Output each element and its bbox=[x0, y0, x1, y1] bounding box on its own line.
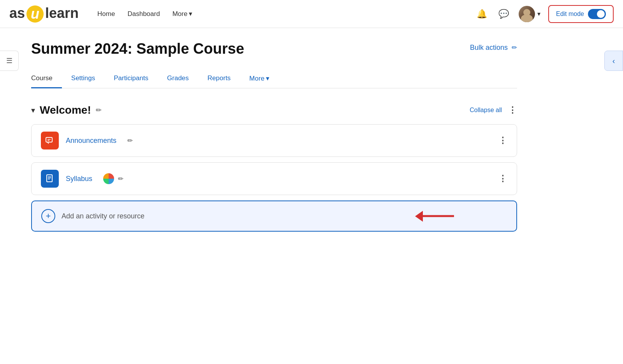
syllabus-right: ⋮ bbox=[498, 174, 507, 184]
main-header: asulearn Home Dashboard More ▾ 🔔 💬 ▾ Edi… bbox=[0, 0, 623, 28]
section-edit-icon[interactable]: ✏ bbox=[96, 106, 102, 114]
bulk-actions-label: Bulk actions bbox=[470, 44, 508, 52]
arrow-head-icon bbox=[415, 211, 423, 222]
edit-mode-toggle[interactable] bbox=[588, 9, 606, 19]
announcements-name[interactable]: Announcements bbox=[66, 137, 116, 145]
header-right: 🔔 💬 ▾ Edit mode bbox=[475, 5, 614, 23]
add-plus-icon: + bbox=[46, 211, 51, 221]
nav-more-label: More bbox=[172, 10, 188, 18]
logo[interactable]: asulearn bbox=[9, 5, 79, 23]
section-menu-icon[interactable]: ⋮ bbox=[508, 105, 517, 115]
logo-learn: learn bbox=[45, 5, 79, 21]
tab-settings[interactable]: Settings bbox=[62, 70, 104, 88]
edit-mode-button[interactable]: Edit mode bbox=[548, 5, 614, 23]
announcements-right: ⋮ bbox=[498, 135, 507, 146]
main-nav: Home Dashboard More ▾ bbox=[97, 10, 475, 18]
tab-grades[interactable]: Grades bbox=[158, 70, 198, 88]
syllabus-menu-icon[interactable]: ⋮ bbox=[498, 174, 507, 184]
moodle-badge-icon bbox=[103, 173, 114, 184]
section-title: Welcome! bbox=[40, 104, 91, 116]
svg-rect-3 bbox=[47, 175, 52, 182]
tab-more-label: More bbox=[249, 75, 264, 83]
announcements-extras: ✏ bbox=[127, 137, 133, 145]
tab-course[interactable]: Course bbox=[31, 70, 62, 88]
section-actions: Collapse all ⋮ bbox=[470, 105, 517, 115]
syllabus-svg-icon bbox=[45, 174, 55, 183]
announcements-item: Announcements ✏ ⋮ bbox=[31, 124, 517, 157]
bell-icon: 🔔 bbox=[477, 9, 487, 19]
right-drawer-toggle[interactable]: ‹ bbox=[604, 51, 623, 71]
announcements-edit-icon[interactable]: ✏ bbox=[127, 137, 133, 145]
main-content: Summer 2024: Sample Course Bulk actions … bbox=[0, 28, 545, 257]
bulk-actions-pencil-icon: ✏ bbox=[512, 44, 517, 52]
menu-icon: ☰ bbox=[6, 56, 12, 65]
chevron-left-icon: ‹ bbox=[612, 56, 615, 65]
tab-reports[interactable]: Reports bbox=[198, 70, 240, 88]
logo-text: asulearn bbox=[9, 5, 79, 23]
course-tabs: Course Settings Participants Grades Repo… bbox=[31, 70, 517, 88]
syllabus-left: Syllabus ✏ bbox=[41, 170, 123, 188]
collapse-all-button[interactable]: Collapse all bbox=[470, 107, 502, 114]
svg-rect-0 bbox=[46, 137, 52, 142]
tab-more[interactable]: More ▾ bbox=[240, 70, 279, 88]
arrow-shaft bbox=[423, 215, 454, 217]
section-header: ▾ Welcome! ✏ Collapse all ⋮ bbox=[31, 104, 517, 116]
announcements-menu-icon[interactable]: ⋮ bbox=[498, 135, 507, 146]
logo-as: as bbox=[9, 5, 25, 21]
syllabus-item: Syllabus ✏ ⋮ bbox=[31, 162, 517, 195]
section-collapse-icon[interactable]: ▾ bbox=[31, 106, 35, 115]
syllabus-name[interactable]: Syllabus bbox=[66, 175, 92, 183]
nav-dashboard[interactable]: Dashboard bbox=[127, 10, 160, 18]
add-activity-circle-icon: + bbox=[41, 209, 55, 223]
avatar bbox=[519, 6, 535, 22]
chat-icon: 💬 bbox=[498, 9, 509, 19]
add-activity-button[interactable]: + Add an activity or resource bbox=[31, 200, 517, 232]
messages-button[interactable]: 💬 bbox=[497, 7, 511, 21]
syllabus-extras: ✏ bbox=[103, 173, 123, 184]
section-title-area: ▾ Welcome! ✏ bbox=[31, 104, 102, 116]
announcements-icon bbox=[41, 132, 59, 149]
arrow-indicator bbox=[423, 215, 454, 217]
sidebar-toggle-button[interactable]: ☰ bbox=[0, 51, 19, 71]
notifications-button[interactable]: 🔔 bbox=[475, 7, 489, 21]
announcements-left: Announcements ✏ bbox=[41, 132, 133, 149]
nav-more-chevron: ▾ bbox=[189, 10, 192, 18]
edit-mode-label: Edit mode bbox=[556, 11, 584, 18]
announcements-svg-icon bbox=[45, 136, 55, 145]
course-title: Summer 2024: Sample Course bbox=[31, 40, 244, 57]
welcome-section: ▾ Welcome! ✏ Collapse all ⋮ bbox=[31, 104, 517, 232]
bulk-actions-button[interactable]: Bulk actions ✏ bbox=[470, 40, 517, 52]
course-header: Summer 2024: Sample Course Bulk actions … bbox=[31, 40, 517, 57]
nav-more[interactable]: More ▾ bbox=[172, 10, 193, 18]
avatar-chevron: ▾ bbox=[537, 10, 540, 18]
logo-u-circle: u bbox=[26, 5, 44, 23]
user-avatar-area[interactable]: ▾ bbox=[519, 6, 540, 22]
syllabus-edit-icon[interactable]: ✏ bbox=[118, 175, 123, 183]
syllabus-icon bbox=[41, 170, 59, 188]
nav-home[interactable]: Home bbox=[97, 10, 115, 18]
tab-participants[interactable]: Participants bbox=[104, 70, 158, 88]
add-activity-label: Add an activity or resource bbox=[62, 212, 144, 220]
tab-more-chevron-icon: ▾ bbox=[266, 74, 269, 83]
